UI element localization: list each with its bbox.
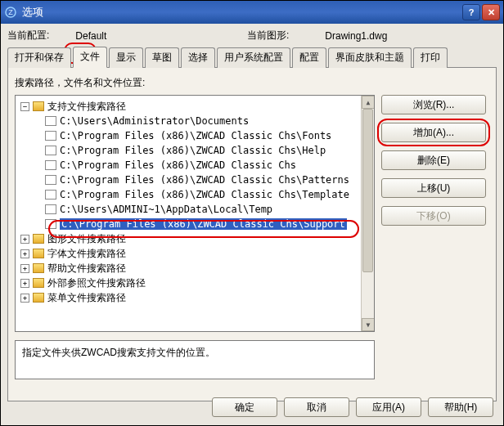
tree-path-3[interactable]: C:\Program Files (x86)\ZWCAD Classic Chs [17, 158, 372, 173]
tab-7[interactable]: 界面皮肤和主题 [328, 47, 412, 68]
dialog-buttons: 确定 取消 应用(A) 帮助(H) [212, 397, 493, 417]
tree-path-0[interactable]: C:\Users\Administrator\Documents [17, 114, 372, 128]
tree-folder-4[interactable]: +菜单文件搜索路径 [17, 290, 372, 305]
file-icon [45, 160, 56, 170]
tree-path-2[interactable]: C:\Program Files (x86)\ZWCAD Classic Chs… [17, 143, 372, 158]
config-row: 当前配置: Default 当前图形: Drawing1.dwg [7, 29, 497, 43]
tab-4[interactable]: 选择 [181, 47, 215, 68]
tree-folder-2[interactable]: +帮助文件搜索路径 [17, 261, 372, 276]
scroll-up-button[interactable]: ▲ [362, 96, 375, 109]
tab-strip: 打开和保存文件显示草图选择用户系统配置配置界面皮肤和主题打印 [7, 46, 497, 68]
description-text: 指定文件夹供ZWCAD搜索支持文件的位置。 [22, 347, 215, 358]
file-icon [45, 146, 56, 155]
tab-panel-files: 搜索路径，文件名和文件位置: −支持文件搜索路径C:\Users\Adminis… [7, 68, 497, 401]
tree-path-1[interactable]: C:\Program Files (x86)\ZWCAD Classic Chs… [17, 128, 372, 143]
scroll-thumb[interactable] [362, 109, 373, 272]
help-button[interactable]: ? [462, 4, 480, 20]
vertical-scrollbar[interactable]: ▲ ▼ [361, 96, 374, 331]
svg-text:Z: Z [8, 8, 13, 16]
tree-path-6[interactable]: C:\Users\ADMINI~1\AppData\Local\Temp [17, 202, 372, 217]
tree-root[interactable]: −支持文件搜索路径 [17, 99, 372, 114]
expander-icon[interactable]: + [20, 294, 29, 303]
file-icon [45, 116, 56, 126]
file-icon [45, 190, 56, 200]
node-label: C:\Program Files (x86)\ZWCAD Classic Chs… [60, 174, 349, 186]
cancel-button[interactable]: 取消 [284, 397, 349, 417]
help-dialog-button[interactable]: 帮助(H) [428, 397, 493, 417]
current-config-label: 当前配置: [7, 29, 49, 43]
tree-path-5[interactable]: C:\Program Files (x86)\ZWCAD Classic Chs… [17, 187, 372, 202]
file-icon [45, 131, 56, 141]
folder-icon [33, 293, 44, 303]
folder-icon [33, 234, 44, 244]
browse-button[interactable]: 浏览(R)... [381, 95, 486, 114]
node-label: 图形文件搜索路径 [47, 232, 126, 246]
app-icon: Z [4, 6, 17, 19]
node-label: C:\Program Files (x86)\ZWCAD Classic Chs… [60, 218, 347, 230]
node-label: C:\Program Files (x86)\ZWCAD Classic Chs [60, 159, 296, 171]
tab-3[interactable]: 草图 [145, 47, 179, 68]
moveup-button[interactable]: 上移(U) [381, 178, 486, 198]
node-label: C:\Program Files (x86)\ZWCAD Classic Chs… [60, 130, 331, 141]
titlebar: Z 选项 ? ✕ [1, 1, 503, 24]
node-label: 菜单文件搜索路径 [47, 291, 126, 305]
tab-0[interactable]: 打开和保存 [7, 47, 71, 68]
tab-2[interactable]: 显示 [109, 47, 143, 68]
tree-folder-3[interactable]: +外部参照文件搜索路径 [17, 276, 372, 290]
folder-icon [33, 278, 44, 288]
expander-icon[interactable]: + [20, 235, 29, 244]
delete-button[interactable]: 删除(E) [381, 150, 486, 170]
folder-icon [33, 263, 44, 273]
current-drawing-label: 当前图形: [247, 29, 289, 43]
close-button[interactable]: ✕ [482, 4, 500, 20]
node-label: 外部参照文件搜索路径 [47, 276, 146, 290]
description-box: 指定文件夹供ZWCAD搜索支持文件的位置。 [15, 340, 375, 379]
node-label: C:\Users\Administrator\Documents [60, 115, 249, 127]
add-button[interactable]: 增加(A)... [381, 123, 486, 142]
node-label: 字体文件搜索路径 [47, 247, 126, 261]
file-icon [45, 204, 56, 214]
expander-icon[interactable]: + [20, 249, 29, 258]
node-label: C:\Users\ADMINI~1\AppData\Local\Temp [60, 204, 272, 215]
tree-folder-1[interactable]: +字体文件搜索路径 [17, 246, 372, 261]
node-label: C:\Program Files (x86)\ZWCAD Classic Chs… [60, 145, 326, 156]
file-icon [45, 175, 56, 185]
tree-folder-0[interactable]: +图形文件搜索路径 [17, 231, 372, 246]
tab-8[interactable]: 打印 [413, 47, 448, 68]
tab-6[interactable]: 配置 [292, 47, 326, 68]
node-label: 支持文件搜索路径 [47, 100, 126, 114]
path-tree[interactable]: −支持文件搜索路径C:\Users\Administrator\Document… [15, 95, 375, 332]
movedown-button: 下移(O) [381, 206, 486, 226]
expander-icon[interactable]: + [20, 279, 29, 288]
current-drawing-value: Drawing1.dwg [325, 30, 497, 42]
file-icon [45, 219, 56, 229]
node-label: C:\Program Files (x86)\ZWCAD Classic Chs… [60, 189, 349, 200]
tab-5[interactable]: 用户系统配置 [217, 47, 290, 68]
folder-icon [33, 101, 44, 111]
tab-1[interactable]: 文件 [73, 47, 107, 68]
scroll-down-button[interactable]: ▼ [362, 318, 375, 331]
tree-path-7[interactable]: C:\Program Files (x86)\ZWCAD Classic Chs… [17, 217, 372, 231]
node-label: 帮助文件搜索路径 [47, 262, 126, 276]
expander-icon[interactable]: + [20, 264, 29, 273]
ok-button[interactable]: 确定 [212, 397, 277, 417]
folder-icon [33, 249, 44, 258]
window-title: 选项 [22, 5, 462, 20]
current-config-value: Default [75, 30, 247, 42]
expander-icon[interactable]: − [20, 102, 29, 111]
tree-path-4[interactable]: C:\Program Files (x86)\ZWCAD Classic Chs… [17, 173, 372, 187]
apply-button[interactable]: 应用(A) [356, 397, 421, 417]
section-label: 搜索路径，文件名和文件位置: [15, 76, 489, 90]
